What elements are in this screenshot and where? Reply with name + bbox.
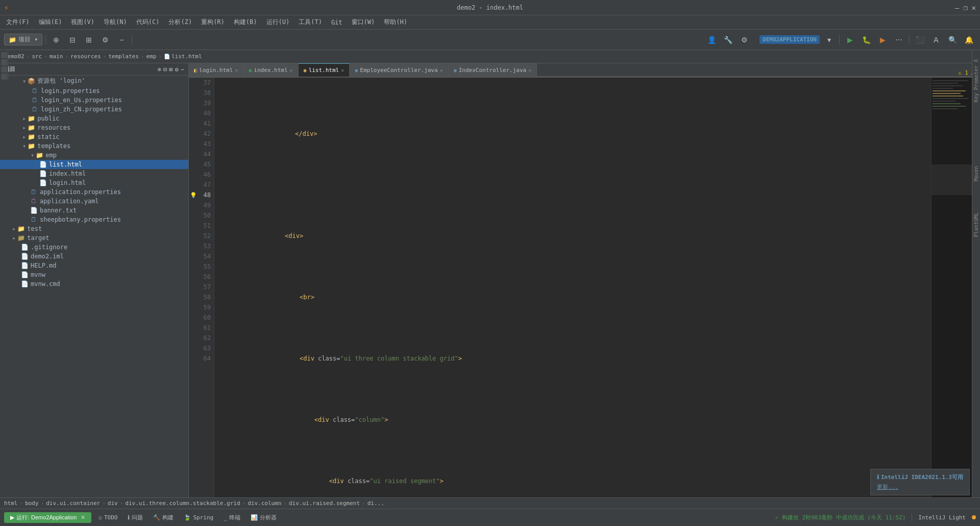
code-editor[interactable]: 37 38 39 40 41 42 43 44 45 46 47 💡 48 49…	[189, 78, 980, 497]
stop-button[interactable]: ⬛	[913, 33, 927, 47]
warning-indicator[interactable]: ⚠ 1	[958, 69, 968, 76]
breadcrumb-body[interactable]: body	[25, 500, 39, 507]
breadcrumb-raised[interactable]: div.ui.raised.segment	[289, 500, 360, 507]
menu-navigate[interactable]: 导航(N)	[100, 16, 131, 28]
menu-view[interactable]: 视图(V)	[67, 16, 99, 28]
tab-index-html[interactable]: ◉ index.html ✕	[243, 63, 298, 77]
close-run-icon[interactable]: ✕	[81, 514, 85, 521]
breadcrumb-main[interactable]: main	[50, 53, 63, 60]
sidebar-collapse-icon[interactable]: −	[181, 66, 184, 73]
breadcrumb-resources[interactable]: resources	[70, 53, 101, 60]
terminal-button[interactable]: _ 终端	[220, 513, 243, 522]
tab-login-html[interactable]: ◧ login.html ✕	[189, 63, 243, 77]
breadcrumb-di[interactable]: di...	[368, 500, 384, 507]
menu-analyze[interactable]: 分析(Z)	[164, 16, 196, 28]
menu-help[interactable]: 帮助(H)	[380, 16, 411, 28]
tree-item-mvnw-cmd[interactable]: 📄 mvnw.cmd	[0, 279, 188, 289]
issues-button[interactable]: ℹ 问题	[125, 513, 146, 522]
maximize-button[interactable]: ❐	[963, 4, 967, 12]
settings-button[interactable]: ⚙	[98, 33, 112, 47]
run-with-coverage-button[interactable]: ▶	[875, 33, 890, 47]
menu-tools[interactable]: 工具(T)	[295, 16, 326, 28]
window-controls[interactable]: — ❐ ✕	[955, 4, 976, 12]
close-tab-icon[interactable]: ✕	[290, 67, 293, 73]
lightbulb-icon[interactable]: 💡	[190, 192, 197, 199]
menu-run[interactable]: 运行(U)	[262, 16, 294, 28]
search-button[interactable]: 🔍	[945, 33, 960, 47]
notification-bell[interactable]: 🔔	[962, 33, 976, 47]
tab-employee-controller[interactable]: ◉ EmployeeController.java ✕	[350, 63, 448, 77]
breadcrumb-container[interactable]: div.ui.container	[46, 500, 100, 507]
tree-item-resources[interactable]: ▸ 📁 resources	[0, 123, 188, 132]
plantuml-tab[interactable]: PlantUML	[972, 204, 980, 245]
layout-button[interactable]: ⊟	[65, 33, 80, 47]
sync-button[interactable]: ⊕	[49, 33, 63, 47]
tree-item-login-zh[interactable]: 🗒 login_zh_CN.properties	[0, 105, 188, 114]
breadcrumb-src[interactable]: src	[32, 53, 42, 60]
minimize-button[interactable]: —	[955, 4, 959, 12]
breadcrumb-column[interactable]: div.column	[248, 500, 281, 507]
left-tab-1[interactable]	[1, 52, 7, 58]
tree-item-sheepbotany[interactable]: 🗒 sheepbotany.properties	[0, 215, 188, 224]
tree-item-test[interactable]: ▸ 📁 test	[0, 224, 188, 233]
key-promoter-tab[interactable]: Key Promoter X	[972, 50, 980, 111]
spring-button[interactable]: 🍃 Spring	[181, 513, 216, 522]
build-button[interactable]: 🔨 构建	[150, 513, 177, 522]
tree-item-login-html[interactable]: 📄 login.html	[0, 178, 188, 187]
tab-list-html[interactable]: ◉ list.html ✕	[299, 63, 350, 77]
tree-item-help-md[interactable]: 📄 HELP.md	[0, 261, 188, 270]
menu-window[interactable]: 窗口(W)	[348, 16, 379, 28]
code-content[interactable]: </div> <div> <br> <div class="ui three	[214, 78, 931, 497]
tree-item-login-resource[interactable]: ▾ 📦 资源包 'login'	[0, 76, 188, 86]
tree-item-demo2-iml[interactable]: 📄 demo2.iml	[0, 252, 188, 261]
menu-git[interactable]: Git	[327, 17, 347, 28]
right-scrollbar[interactable]	[972, 78, 980, 497]
close-tab-icon[interactable]: ✕	[235, 67, 238, 73]
breadcrumb-grid[interactable]: div.ui.three.column.stackable.grid	[125, 500, 240, 507]
breadcrumb-div[interactable]: div	[108, 500, 118, 507]
maven-tab[interactable]: Maven	[972, 153, 980, 194]
run-green-button[interactable]: ▶	[843, 33, 857, 47]
tree-item-login-en[interactable]: 🗒 login_en_Us.properties	[0, 95, 188, 105]
left-tab-4[interactable]	[1, 74, 7, 80]
left-tab-2[interactable]	[1, 59, 7, 65]
profile-button[interactable]: 👤	[704, 33, 719, 47]
breadcrumb-file[interactable]: 📄 list.html	[164, 53, 202, 60]
menu-file[interactable]: 文件(F)	[2, 16, 34, 28]
tree-item-emp[interactable]: ▾ 📁 emp	[0, 151, 188, 160]
menu-refactor[interactable]: 重构(R)	[197, 16, 229, 28]
run-button[interactable]: ▶ 运行: Demo2Application ✕	[4, 512, 91, 523]
translate-button[interactable]: A	[929, 33, 943, 47]
tree-item-static[interactable]: ▸ 📁 static	[0, 132, 188, 141]
tab-index-controller[interactable]: ◉ IndexController.java ✕	[449, 63, 537, 77]
close-tab-icon[interactable]: ✕	[440, 67, 443, 73]
tree-item-app-properties[interactable]: 🗒 application.properties	[0, 187, 188, 197]
tree-item-index-html[interactable]: 📄 index.html	[0, 169, 188, 178]
sidebar-settings-icon[interactable]: ⚙	[175, 66, 179, 73]
tree-item-mvnw[interactable]: 📄 mvnw	[0, 270, 188, 279]
analysis-button[interactable]: 📊 分析器	[248, 513, 280, 522]
tree-item-banner[interactable]: 📄 banner.txt	[0, 206, 188, 215]
breadcrumb-html[interactable]: html	[4, 500, 18, 507]
tree-item-gitignore[interactable]: 📄 .gitignore	[0, 243, 188, 252]
menu-build[interactable]: 构建(B)	[230, 16, 261, 28]
more-run-options[interactable]: ⋯	[892, 33, 906, 47]
menu-edit[interactable]: 编辑(E)	[35, 16, 66, 28]
sort-button[interactable]: ⊞	[82, 33, 96, 47]
breadcrumb-emp[interactable]: emp	[146, 53, 156, 60]
collapse-button[interactable]: −	[114, 33, 129, 47]
todo-button[interactable]: ☑ TODO	[95, 513, 120, 522]
debug-button[interactable]: 🐛	[859, 33, 873, 47]
notification-link[interactable]: 更新...	[877, 484, 898, 490]
close-tab-icon[interactable]: ✕	[528, 67, 531, 73]
tree-item-login-properties[interactable]: 🗒 login.properties	[0, 86, 188, 95]
project-selector[interactable]: 📁 项目 ▾	[4, 34, 42, 45]
update-button[interactable]: 🔧	[721, 33, 735, 47]
run-config-arrow[interactable]: ▾	[822, 33, 836, 47]
close-button[interactable]: ✕	[972, 4, 976, 12]
left-tab-3[interactable]	[1, 66, 7, 73]
close-tab-icon[interactable]: ✕	[341, 67, 344, 73]
menu-code[interactable]: 代码(C)	[132, 16, 164, 28]
tree-item-list-html[interactable]: 📄 list.html	[0, 160, 188, 169]
tree-item-target[interactable]: ▸ 📁 target	[0, 233, 188, 243]
